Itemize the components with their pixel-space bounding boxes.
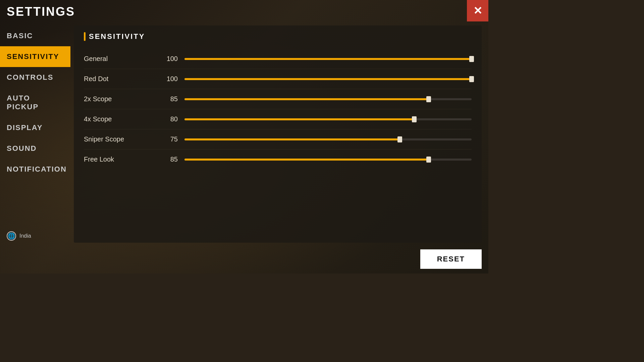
- slider-fill-2: [184, 98, 429, 100]
- section-title: SENSITIVITY: [84, 32, 472, 41]
- region-selector[interactable]: 🌐 India: [0, 226, 70, 246]
- slider-value-3: 80: [158, 115, 178, 123]
- slider-value-1: 100: [158, 75, 178, 83]
- slider-label-1: Red Dot: [84, 75, 158, 83]
- slider-2[interactable]: [184, 96, 472, 102]
- slider-label-2: 2x Scope: [84, 95, 158, 103]
- slider-thumb-0[interactable]: [469, 56, 474, 62]
- sidebar-item-sensitivity[interactable]: SENSITIVITY: [0, 46, 70, 67]
- sensitivity-row: General 100: [84, 49, 472, 69]
- slider-fill-3: [184, 118, 414, 120]
- slider-label-0: General: [84, 55, 158, 63]
- slider-label-5: Free Look: [84, 156, 158, 163]
- section-accent: [84, 32, 86, 41]
- main-content: BASIC SENSITIVITY CONTROLS AUTO PICKUP D…: [0, 22, 488, 246]
- region-label: India: [19, 233, 31, 239]
- slider-value-4: 75: [158, 135, 178, 143]
- slider-fill-5: [184, 159, 429, 161]
- slider-label-4: Sniper Scope: [84, 135, 158, 143]
- slider-track-3: [184, 118, 472, 120]
- slider-0[interactable]: [184, 56, 472, 62]
- top-bar: SETTINGS ✕: [0, 0, 488, 22]
- bottom-bar: RESET: [0, 246, 488, 274]
- slider-fill-1: [184, 78, 472, 80]
- sensitivity-row: 4x Scope 80: [84, 109, 472, 129]
- slider-value-5: 85: [158, 156, 178, 163]
- sidebar-item-notification[interactable]: NOTIFICATION: [0, 159, 70, 180]
- sensitivity-row: Sniper Scope 75: [84, 129, 472, 149]
- slider-track-4: [184, 138, 472, 140]
- sidebar-item-sound[interactable]: SOUND: [0, 138, 70, 159]
- slider-4[interactable]: [184, 136, 472, 142]
- sidebar-item-controls[interactable]: CONTROLS: [0, 67, 70, 88]
- slider-track-0: [184, 58, 472, 60]
- slider-value-0: 100: [158, 55, 178, 63]
- slider-fill-4: [184, 138, 400, 140]
- sidebar-item-basic[interactable]: BASIC: [0, 25, 70, 46]
- content-area: SENSITIVITY General 100 Red Dot 100: [74, 25, 482, 243]
- section-title-text: SENSITIVITY: [89, 32, 145, 41]
- sidebar: BASIC SENSITIVITY CONTROLS AUTO PICKUP D…: [0, 22, 70, 246]
- sidebar-item-display[interactable]: DISPLAY: [0, 117, 70, 138]
- sensitivity-row: Red Dot 100: [84, 69, 472, 89]
- slider-thumb-1[interactable]: [469, 76, 474, 82]
- slider-thumb-2[interactable]: [426, 96, 431, 102]
- slider-thumb-5[interactable]: [426, 157, 431, 163]
- slider-track-1: [184, 78, 472, 80]
- sidebar-item-auto-pickup[interactable]: AUTO PICKUP: [0, 88, 70, 117]
- slider-track-2: [184, 98, 472, 100]
- slider-thumb-4[interactable]: [397, 136, 402, 142]
- slider-3[interactable]: [184, 116, 472, 122]
- sensitivity-row: Free Look 85: [84, 149, 472, 169]
- globe-icon: 🌐: [7, 231, 16, 241]
- slider-5[interactable]: [184, 157, 472, 163]
- reset-button[interactable]: RESET: [420, 249, 482, 269]
- page-title: SETTINGS: [7, 5, 75, 19]
- close-button[interactable]: ✕: [467, 0, 488, 21]
- slider-1[interactable]: [184, 76, 472, 82]
- sensitivity-row: 2x Scope 85: [84, 89, 472, 109]
- slider-value-2: 85: [158, 95, 178, 103]
- slider-track-5: [184, 159, 472, 161]
- close-icon: ✕: [473, 5, 482, 16]
- sliders-container: General 100 Red Dot 100 2x Scope 85: [84, 49, 472, 169]
- slider-thumb-3[interactable]: [412, 116, 417, 122]
- slider-fill-0: [184, 58, 472, 60]
- slider-label-3: 4x Scope: [84, 115, 158, 123]
